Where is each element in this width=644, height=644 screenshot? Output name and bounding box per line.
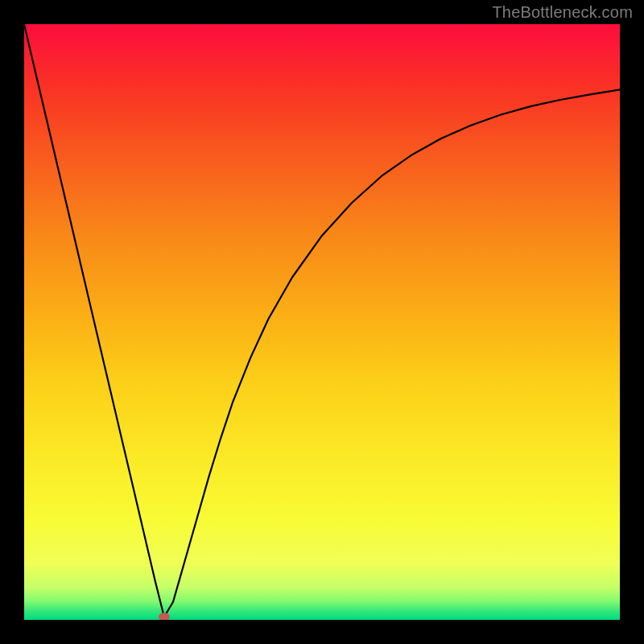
watermark-text: TheBottleneck.com: [492, 3, 633, 22]
plot-area: [24, 24, 620, 620]
chart-frame: TheBottleneck.com: [0, 0, 644, 644]
bottleneck-curve-chart: [24, 24, 620, 620]
gradient-background: [24, 24, 620, 620]
